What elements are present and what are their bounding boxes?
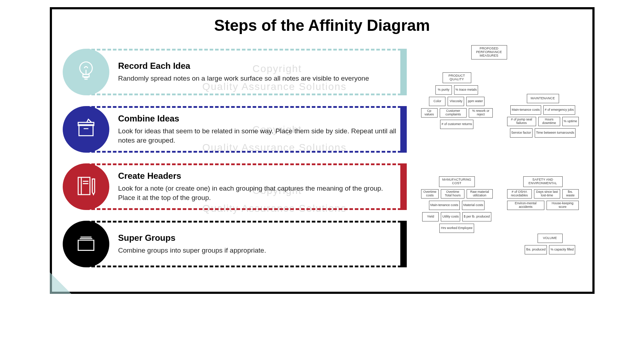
example-header: MANUFACTURING COST (439, 176, 475, 187)
step-body: Record Each Idea Randomly spread notes o… (86, 49, 407, 95)
notebook-icon (73, 173, 99, 200)
slide-frame: Steps of the Affinity Diagram Copyright … (50, 7, 595, 294)
example-item: Time between turnarounds (535, 128, 576, 138)
example-group-quality: PRODUCT QUALITY % purity % trace metals … (421, 70, 493, 129)
example-item: % purity (435, 85, 452, 95)
example-item: % uptime (562, 117, 579, 126)
example-item: Overtime Total hours (441, 189, 464, 199)
example-item: Hours downtime (538, 117, 560, 126)
page-title: Steps of the Affinity Diagram (63, 16, 582, 34)
example-header: SAFETY AND ENVIRONMENTAL (523, 176, 563, 187)
step-circle (63, 163, 109, 210)
example-item: Service factor (510, 128, 533, 138)
folder-icon (73, 231, 99, 257)
corner-accent (50, 272, 71, 294)
step-headers: Create Headers Look for a note (or creat… (63, 163, 407, 210)
step-circle (63, 221, 109, 267)
lightbulb-icon (73, 59, 99, 85)
example-item: Utility costs (441, 212, 460, 221)
example-item: % rework or reject (469, 108, 492, 118)
example-group-maint: MAINTENANCE Main-tenance costs # of emer… (507, 92, 579, 138)
content-row: Copyright Quality Assurance Solutions Co… (63, 45, 582, 267)
step-title: Record Each Idea (118, 61, 396, 71)
example-item: Overtime costs (421, 189, 439, 199)
example-group-mfg: MANUFACTURING COST Overtime costs Overti… (421, 174, 493, 233)
step-record: Record Each Idea Randomly spread notes o… (63, 49, 407, 95)
example-item: # of emergency jobs (543, 105, 575, 115)
box-icon (73, 116, 99, 143)
example-item: % capacity filled (549, 245, 575, 254)
step-circle (63, 49, 109, 95)
step-desc: Look for a note (or create one) in each … (118, 184, 396, 202)
step-title: Combine Ideas (118, 114, 396, 124)
step-super: Super Groups Combine groups into super g… (63, 221, 407, 267)
svg-rect-3 (78, 177, 90, 195)
example-item: Customer complaints (440, 108, 467, 118)
step-body: Combine Ideas Look for ideas that seem t… (86, 106, 407, 153)
example-item: House-keeping score (547, 201, 578, 210)
step-title: Create Headers (118, 171, 396, 181)
example-item: Viscosity (448, 97, 464, 106)
step-circle (63, 106, 109, 153)
step-desc: Combine groups into super groups if appr… (118, 246, 396, 255)
step-desc: Randomly spread notes on a large work su… (118, 74, 396, 83)
example-item: lbs. produced (525, 245, 547, 254)
steps-list: Copyright Quality Assurance Solutions Co… (63, 45, 407, 267)
example-group-safety: SAFETY AND ENVIRONMENTAL # of OSHA recor… (507, 174, 579, 210)
step-title: Super Groups (118, 233, 396, 243)
example-item: Hrs worked Employee (439, 224, 474, 233)
step-body: Super Groups Combine groups into super g… (86, 221, 407, 267)
step-body: Create Headers Look for a note (or creat… (86, 163, 407, 210)
example-item: Environ-mental accidents (507, 201, 545, 210)
example-item: Color (429, 97, 445, 106)
example-item: # of pump seal failures (507, 117, 536, 126)
example-item: lbs. waste (562, 189, 579, 199)
example-header: VOLUME (538, 234, 563, 243)
example-item: Main-tenance costs (510, 105, 541, 115)
example-item: Days since last lost-time (534, 189, 560, 199)
example-root: PROPOSED PERFORMANCE MEASURES (471, 45, 507, 59)
example-item: # of customer returns (440, 120, 473, 129)
step-combine: Combine Ideas Look for ideas that seem t… (63, 106, 407, 153)
example-header: MAINTENANCE (527, 94, 559, 103)
example-item: Yield (422, 212, 439, 221)
example-item: % trace metals (454, 85, 478, 95)
example-item: Cp values (421, 108, 438, 118)
example-diagram: PROPOSED PERFORMANCE MEASURES PRODUCT QU… (414, 45, 582, 267)
example-item: Raw material utilization (467, 189, 492, 199)
example-header: PRODUCT QUALITY (443, 72, 471, 83)
example-item: Material costs (462, 201, 485, 210)
example-item: Main-tenance costs (429, 201, 460, 210)
example-item: # of OSHA recordables (507, 189, 532, 199)
example-item: $ per lb. produced (462, 212, 491, 221)
example-item: ppm water (466, 97, 484, 106)
svg-rect-1 (79, 125, 93, 136)
example-group-volume: VOLUME lbs. produced % capacity filled (521, 231, 579, 254)
step-desc: Look for ideas that seem to be related i… (118, 126, 396, 145)
